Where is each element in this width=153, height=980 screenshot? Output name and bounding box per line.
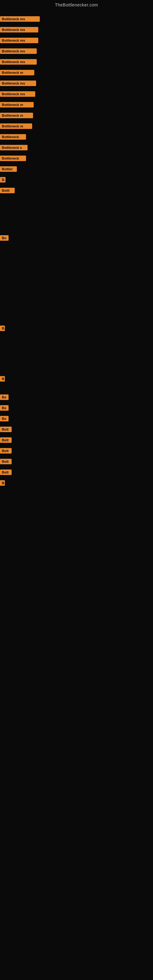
bottleneck-button-22[interactable]: Bo — [0, 405, 9, 411]
bottleneck-button-8[interactable]: Bottleneck res — [0, 91, 35, 97]
bottleneck-button-15[interactable]: Bottler — [0, 166, 17, 172]
bottleneck-button-16[interactable]: B — [0, 177, 5, 183]
bottleneck-button-11[interactable]: Bottleneck re — [0, 123, 32, 129]
bottleneck-button-12[interactable]: Bottleneck — [0, 134, 26, 140]
bottleneck-button-19[interactable]: B — [0, 326, 5, 331]
bottleneck-button-29[interactable]: B — [0, 480, 5, 486]
bottleneck-button-10[interactable]: Bottleneck re — [0, 113, 33, 118]
bottleneck-button-28[interactable]: Bott — [0, 469, 12, 475]
bottleneck-button-25[interactable]: Bott — [0, 438, 12, 443]
bottleneck-button-21[interactable]: Bo — [0, 395, 9, 400]
bottleneck-button-27[interactable]: Bott — [0, 459, 12, 464]
bottleneck-button-24[interactable]: Bott — [0, 426, 12, 432]
bottleneck-button-3[interactable]: Bottleneck res — [0, 38, 38, 43]
bottleneck-button-13[interactable]: Bottleneck s — [0, 145, 27, 150]
bottleneck-button-17[interactable]: Bottl — [0, 188, 15, 193]
bottleneck-button-18[interactable]: Bo — [0, 235, 9, 241]
bottleneck-button-9[interactable]: Bottleneck re — [0, 102, 33, 108]
bottleneck-button-6[interactable]: Bottleneck re — [0, 70, 34, 75]
bottleneck-button-1[interactable]: Bottleneck res — [0, 16, 40, 22]
bottleneck-button-5[interactable]: Bottleneck res — [0, 59, 37, 65]
bottleneck-button-14[interactable]: Bottleneck — [0, 156, 26, 161]
bottleneck-button-26[interactable]: Bott — [0, 448, 12, 453]
bottleneck-button-2[interactable]: Bottleneck res — [0, 27, 38, 32]
site-title: TheBottlenecker.com — [0, 0, 153, 9]
bottleneck-button-23[interactable]: Bo — [0, 416, 9, 422]
bottleneck-button-7[interactable]: Bottleneck res — [0, 81, 36, 86]
bottleneck-button-4[interactable]: Bottleneck res — [0, 48, 37, 54]
bottleneck-button-20[interactable]: B — [0, 376, 5, 382]
